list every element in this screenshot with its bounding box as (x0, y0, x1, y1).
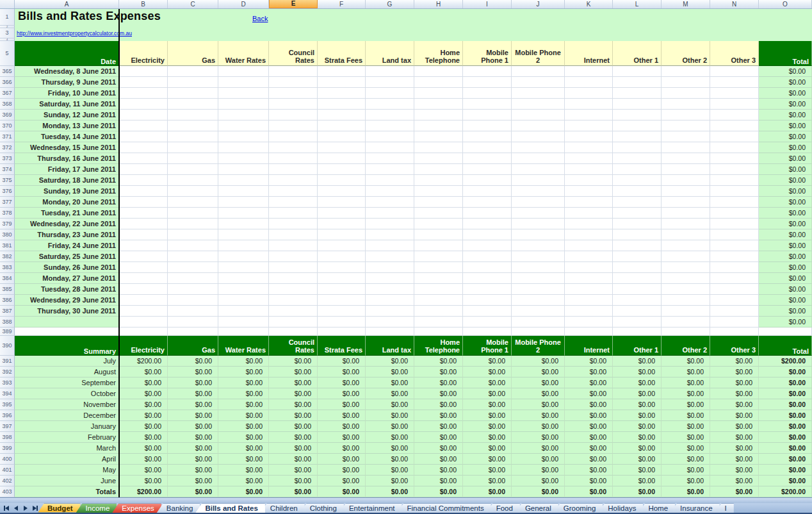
row-header-376[interactable]: 376 (0, 186, 15, 197)
cell-mobile-phone-2[interactable] (512, 208, 565, 219)
cell-home-telephone[interactable]: $0.00 (414, 410, 463, 421)
cell-internet[interactable] (565, 197, 613, 208)
summary-header-home-telephone[interactable]: Home Telephone (414, 336, 463, 356)
cell-other-3[interactable] (710, 295, 759, 306)
cell-other-1[interactable] (613, 153, 662, 164)
cell-gas[interactable] (168, 66, 218, 77)
cell-mobile-phone-1[interactable] (463, 262, 512, 273)
cell-other-3[interactable] (710, 142, 759, 153)
tab-scroll-last-button[interactable] (31, 504, 38, 512)
cell-home-telephone[interactable] (414, 110, 463, 120)
cell-strata-fees[interactable] (318, 120, 366, 131)
cell-other-3[interactable] (710, 99, 759, 110)
row-header-388[interactable]: 388 (0, 317, 15, 327)
cell-internet[interactable] (565, 306, 613, 317)
cell-mobile-phone-1[interactable] (463, 77, 512, 88)
cell-total[interactable]: $0.00 (759, 476, 812, 486)
row-header-369[interactable]: 369 (0, 110, 15, 120)
tab-scroll-previous-button[interactable] (12, 504, 19, 512)
cell-home-telephone[interactable] (414, 142, 463, 153)
cell-council-rates[interactable]: $0.00 (269, 421, 318, 432)
cell-council-rates[interactable]: $0.00 (269, 410, 318, 421)
cell-electricity[interactable]: $0.00 (119, 421, 168, 432)
cell-land-tax[interactable]: $0.00 (366, 443, 414, 454)
cell-date[interactable]: Thursday, 23 June 2011 (15, 229, 119, 240)
cell-empty[interactable] (565, 327, 613, 336)
cell-other-1[interactable] (613, 219, 662, 229)
cell-date[interactable]: Sunday, 19 June 2011 (15, 186, 119, 197)
cell-other-1[interactable]: $0.00 (613, 377, 662, 388)
cell-internet[interactable]: $0.00 (565, 356, 613, 367)
cell-land-tax[interactable]: $0.00 (366, 476, 414, 486)
cell-land-tax[interactable] (366, 317, 414, 327)
summary-header-land-tax[interactable]: Land tax (366, 336, 414, 356)
cell-water-rates[interactable]: $0.00 (218, 454, 269, 465)
cell-other-3[interactable]: $0.00 (710, 367, 759, 377)
cell-other-3[interactable]: $0.00 (710, 454, 759, 465)
cell-water-rates[interactable] (218, 273, 269, 284)
row-header-386[interactable]: 386 (0, 295, 15, 306)
cell-land-tax[interactable] (366, 295, 414, 306)
cell-internet[interactable]: $0.00 (565, 465, 613, 476)
cell-mobile-phone-1[interactable]: $0.00 (463, 486, 512, 497)
cell-land-tax[interactable] (366, 120, 414, 131)
cell-other-1[interactable] (613, 197, 662, 208)
cell-gas[interactable] (168, 229, 218, 240)
summary-header-label[interactable]: Summary (15, 336, 119, 356)
cell-other-2[interactable] (662, 262, 710, 273)
cell-mobile-phone-1[interactable] (463, 284, 512, 295)
cell-council-rates[interactable] (269, 295, 318, 306)
cell-total[interactable]: $0.00 (759, 88, 812, 99)
cell-home-telephone[interactable]: $0.00 (414, 465, 463, 476)
cell-summary-label[interactable]: March (15, 443, 119, 454)
cell-home-telephone[interactable] (414, 66, 463, 77)
cell-empty[interactable] (119, 327, 168, 336)
cell-electricity[interactable] (119, 66, 168, 77)
cell-empty[interactable] (414, 327, 463, 336)
cell-mobile-phone-1[interactable] (463, 240, 512, 251)
column-header-h[interactable]: H (414, 0, 463, 8)
cell-other-2[interactable] (662, 284, 710, 295)
cell-council-rates[interactable] (269, 99, 318, 110)
cell-other-2[interactable] (662, 120, 710, 131)
tab-entertainment[interactable]: Entertainment (339, 503, 402, 513)
cell-other-1[interactable]: $0.00 (613, 465, 662, 476)
cell-other-1[interactable] (613, 131, 662, 142)
daily-header-internet[interactable]: Internet (565, 41, 613, 66)
cell-home-telephone[interactable] (414, 164, 463, 175)
cell-water-rates[interactable] (218, 77, 269, 88)
cell-mobile-phone-2[interactable]: $0.00 (512, 388, 565, 399)
row-header-370[interactable]: 370 (0, 120, 15, 131)
cell-summary-label[interactable]: May (15, 465, 119, 476)
cell-mobile-phone-1[interactable]: $0.00 (463, 377, 512, 388)
cell-home-telephone[interactable] (414, 88, 463, 99)
cell-mobile-phone-2[interactable] (512, 306, 565, 317)
row-header-368[interactable]: 368 (0, 99, 15, 110)
cell-gas[interactable]: $0.00 (168, 388, 218, 399)
cell-mobile-phone-2[interactable] (512, 99, 565, 110)
cell-date[interactable]: Sunday, 26 June 2011 (15, 262, 119, 273)
cell-gas[interactable]: $0.00 (168, 476, 218, 486)
cell-land-tax[interactable] (366, 262, 414, 273)
tab-insurance[interactable]: Insurance (670, 503, 720, 513)
cell-other-1[interactable] (613, 229, 662, 240)
cell-mobile-phone-1[interactable] (463, 142, 512, 153)
cell-gas[interactable] (168, 99, 218, 110)
cell-other-3[interactable]: $0.00 (710, 399, 759, 410)
cell-internet[interactable] (565, 153, 613, 164)
cell-land-tax[interactable] (366, 240, 414, 251)
cell-other-1[interactable]: $0.00 (613, 410, 662, 421)
cell-internet[interactable]: $0.00 (565, 377, 613, 388)
cell-other-2[interactable]: $0.00 (662, 367, 710, 377)
cell-land-tax[interactable] (366, 88, 414, 99)
cell-strata-fees[interactable] (318, 284, 366, 295)
cell-other-3[interactable] (710, 229, 759, 240)
cell-other-1[interactable] (613, 142, 662, 153)
cell-council-rates[interactable]: $0.00 (269, 454, 318, 465)
cell-electricity[interactable] (119, 295, 168, 306)
cell-electricity[interactable] (119, 240, 168, 251)
tab-financial-commitments[interactable]: Financial Commitments (398, 503, 491, 513)
column-header-f[interactable]: F (318, 0, 366, 8)
cell-council-rates[interactable] (269, 175, 318, 186)
cell-land-tax[interactable]: $0.00 (366, 367, 414, 377)
